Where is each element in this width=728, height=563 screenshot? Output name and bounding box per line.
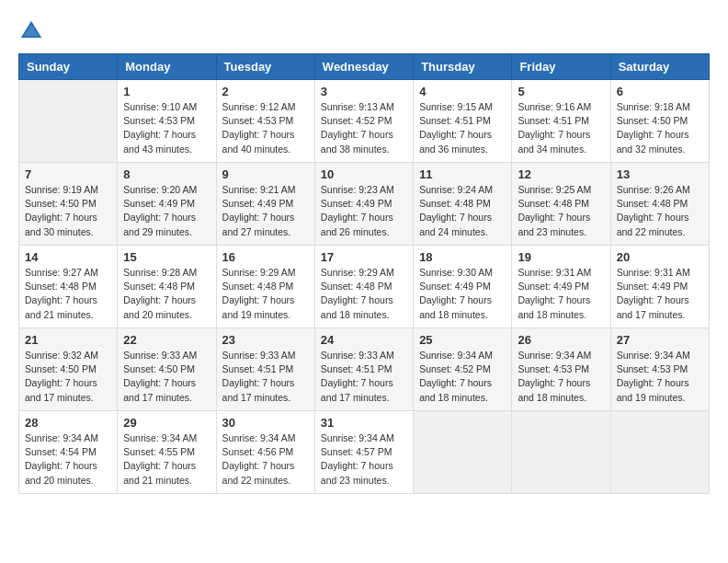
calendar-cell: 11Sunrise: 9:24 AMSunset: 4:48 PMDayligh… <box>414 163 512 246</box>
day-number: 21 <box>25 333 111 347</box>
calendar-week-row-3: 14Sunrise: 9:27 AMSunset: 4:48 PMDayligh… <box>19 246 710 328</box>
day-info: Sunrise: 9:32 AMSunset: 4:50 PMDaylight:… <box>25 349 111 405</box>
day-info: Sunrise: 9:34 AMSunset: 4:53 PMDaylight:… <box>617 349 703 405</box>
day-info: Sunrise: 9:29 AMSunset: 4:48 PMDaylight:… <box>222 266 309 322</box>
calendar-cell: 3Sunrise: 9:13 AMSunset: 4:52 PMDaylight… <box>314 80 413 163</box>
day-info: Sunrise: 9:12 AMSunset: 4:53 PMDaylight:… <box>222 100 309 156</box>
day-number: 5 <box>518 85 604 98</box>
day-info: Sunrise: 9:31 AMSunset: 4:49 PMDaylight:… <box>518 266 604 322</box>
calendar-cell: 19Sunrise: 9:31 AMSunset: 4:49 PMDayligh… <box>512 246 610 328</box>
day-info: Sunrise: 9:31 AMSunset: 4:49 PMDaylight:… <box>617 266 703 322</box>
calendar-cell: 27Sunrise: 9:34 AMSunset: 4:53 PMDayligh… <box>610 328 709 411</box>
calendar-cell: 12Sunrise: 9:25 AMSunset: 4:48 PMDayligh… <box>512 163 610 246</box>
day-number: 31 <box>321 416 407 430</box>
calendar-cell: 2Sunrise: 9:12 AMSunset: 4:53 PMDaylight… <box>216 80 314 163</box>
day-number: 12 <box>518 167 604 181</box>
day-number: 6 <box>617 85 703 98</box>
day-info: Sunrise: 9:26 AMSunset: 4:48 PMDaylight:… <box>617 183 703 239</box>
day-number: 17 <box>321 250 407 264</box>
day-info: Sunrise: 9:28 AMSunset: 4:48 PMDaylight:… <box>123 266 210 322</box>
calendar-cell: 1Sunrise: 9:10 AMSunset: 4:53 PMDaylight… <box>118 80 216 163</box>
calendar-header-sunday: Sunday <box>19 54 118 80</box>
day-info: Sunrise: 9:33 AMSunset: 4:51 PMDaylight:… <box>222 349 309 405</box>
calendar-header-monday: Monday <box>118 54 216 80</box>
calendar-week-row-2: 7Sunrise: 9:19 AMSunset: 4:50 PMDaylight… <box>19 163 710 246</box>
calendar-cell <box>414 411 512 494</box>
day-info: Sunrise: 9:34 AMSunset: 4:57 PMDaylight:… <box>321 431 407 488</box>
day-number: 30 <box>222 416 309 430</box>
day-number: 1 <box>123 85 210 98</box>
day-number: 22 <box>123 333 210 347</box>
day-info: Sunrise: 9:33 AMSunset: 4:50 PMDaylight:… <box>123 349 210 405</box>
calendar-cell: 18Sunrise: 9:30 AMSunset: 4:49 PMDayligh… <box>414 246 512 328</box>
day-number: 20 <box>617 250 703 264</box>
logo <box>18 18 48 44</box>
calendar-cell: 24Sunrise: 9:33 AMSunset: 4:51 PMDayligh… <box>314 328 413 411</box>
day-number: 18 <box>419 250 506 264</box>
day-number: 27 <box>617 333 703 347</box>
calendar-cell <box>19 80 118 163</box>
day-info: Sunrise: 9:15 AMSunset: 4:51 PMDaylight:… <box>419 100 506 156</box>
calendar-cell: 8Sunrise: 9:20 AMSunset: 4:49 PMDaylight… <box>118 163 216 246</box>
day-info: Sunrise: 9:27 AMSunset: 4:48 PMDaylight:… <box>25 266 111 322</box>
calendar-cell: 20Sunrise: 9:31 AMSunset: 4:49 PMDayligh… <box>610 246 709 328</box>
day-info: Sunrise: 9:25 AMSunset: 4:48 PMDaylight:… <box>518 183 604 239</box>
day-number: 26 <box>518 333 604 347</box>
day-info: Sunrise: 9:13 AMSunset: 4:52 PMDaylight:… <box>321 100 407 156</box>
calendar-cell: 17Sunrise: 9:29 AMSunset: 4:48 PMDayligh… <box>314 246 413 328</box>
day-number: 29 <box>123 416 210 430</box>
day-info: Sunrise: 9:19 AMSunset: 4:50 PMDaylight:… <box>25 183 111 239</box>
calendar-week-row-5: 28Sunrise: 9:34 AMSunset: 4:54 PMDayligh… <box>19 411 710 494</box>
day-info: Sunrise: 9:29 AMSunset: 4:48 PMDaylight:… <box>321 266 407 322</box>
day-info: Sunrise: 9:20 AMSunset: 4:49 PMDaylight:… <box>123 183 210 239</box>
calendar-cell: 10Sunrise: 9:23 AMSunset: 4:49 PMDayligh… <box>314 163 413 246</box>
day-info: Sunrise: 9:34 AMSunset: 4:55 PMDaylight:… <box>123 431 210 488</box>
day-number: 10 <box>321 167 407 181</box>
calendar-cell: 4Sunrise: 9:15 AMSunset: 4:51 PMDaylight… <box>414 80 512 163</box>
calendar-cell: 23Sunrise: 9:33 AMSunset: 4:51 PMDayligh… <box>216 328 314 411</box>
day-number: 8 <box>123 167 210 181</box>
calendar-cell: 30Sunrise: 9:34 AMSunset: 4:56 PMDayligh… <box>216 411 314 494</box>
calendar-cell: 25Sunrise: 9:34 AMSunset: 4:52 PMDayligh… <box>414 328 512 411</box>
day-number: 23 <box>222 333 309 347</box>
day-number: 4 <box>419 85 506 98</box>
day-info: Sunrise: 9:33 AMSunset: 4:51 PMDaylight:… <box>321 349 407 405</box>
calendar-cell <box>610 411 709 494</box>
calendar-cell: 15Sunrise: 9:28 AMSunset: 4:48 PMDayligh… <box>118 246 216 328</box>
day-info: Sunrise: 9:34 AMSunset: 4:54 PMDaylight:… <box>25 431 111 488</box>
calendar-cell: 22Sunrise: 9:33 AMSunset: 4:50 PMDayligh… <box>118 328 216 411</box>
calendar-cell <box>512 411 610 494</box>
calendar-cell: 13Sunrise: 9:26 AMSunset: 4:48 PMDayligh… <box>610 163 709 246</box>
day-number: 2 <box>222 85 309 98</box>
day-number: 19 <box>518 250 604 264</box>
calendar-header-tuesday: Tuesday <box>216 54 314 80</box>
logo-icon <box>18 18 44 44</box>
calendar-header-row: SundayMondayTuesdayWednesdayThursdayFrid… <box>19 54 710 80</box>
day-info: Sunrise: 9:30 AMSunset: 4:49 PMDaylight:… <box>419 266 506 322</box>
calendar-header-friday: Friday <box>512 54 610 80</box>
calendar-week-row-4: 21Sunrise: 9:32 AMSunset: 4:50 PMDayligh… <box>19 328 710 411</box>
calendar-cell: 9Sunrise: 9:21 AMSunset: 4:49 PMDaylight… <box>216 163 314 246</box>
day-info: Sunrise: 9:23 AMSunset: 4:49 PMDaylight:… <box>321 183 407 239</box>
day-info: Sunrise: 9:18 AMSunset: 4:50 PMDaylight:… <box>617 100 703 156</box>
day-info: Sunrise: 9:24 AMSunset: 4:48 PMDaylight:… <box>419 183 506 239</box>
day-number: 16 <box>222 250 309 264</box>
calendar-header-saturday: Saturday <box>610 54 709 80</box>
calendar-header-wednesday: Wednesday <box>314 54 413 80</box>
day-number: 3 <box>321 85 407 98</box>
calendar-cell: 29Sunrise: 9:34 AMSunset: 4:55 PMDayligh… <box>118 411 216 494</box>
day-number: 15 <box>123 250 210 264</box>
day-info: Sunrise: 9:16 AMSunset: 4:51 PMDaylight:… <box>518 100 604 156</box>
day-number: 28 <box>25 416 111 430</box>
calendar-week-row-1: 1Sunrise: 9:10 AMSunset: 4:53 PMDaylight… <box>19 80 710 163</box>
calendar-cell: 5Sunrise: 9:16 AMSunset: 4:51 PMDaylight… <box>512 80 610 163</box>
calendar-cell: 31Sunrise: 9:34 AMSunset: 4:57 PMDayligh… <box>314 411 413 494</box>
calendar-table: SundayMondayTuesdayWednesdayThursdayFrid… <box>18 53 710 494</box>
day-number: 13 <box>617 167 703 181</box>
calendar-cell: 26Sunrise: 9:34 AMSunset: 4:53 PMDayligh… <box>512 328 610 411</box>
day-number: 11 <box>419 167 506 181</box>
day-info: Sunrise: 9:34 AMSunset: 4:56 PMDaylight:… <box>222 431 309 488</box>
page-header <box>18 18 710 44</box>
calendar-cell: 7Sunrise: 9:19 AMSunset: 4:50 PMDaylight… <box>19 163 118 246</box>
calendar-cell: 28Sunrise: 9:34 AMSunset: 4:54 PMDayligh… <box>19 411 118 494</box>
